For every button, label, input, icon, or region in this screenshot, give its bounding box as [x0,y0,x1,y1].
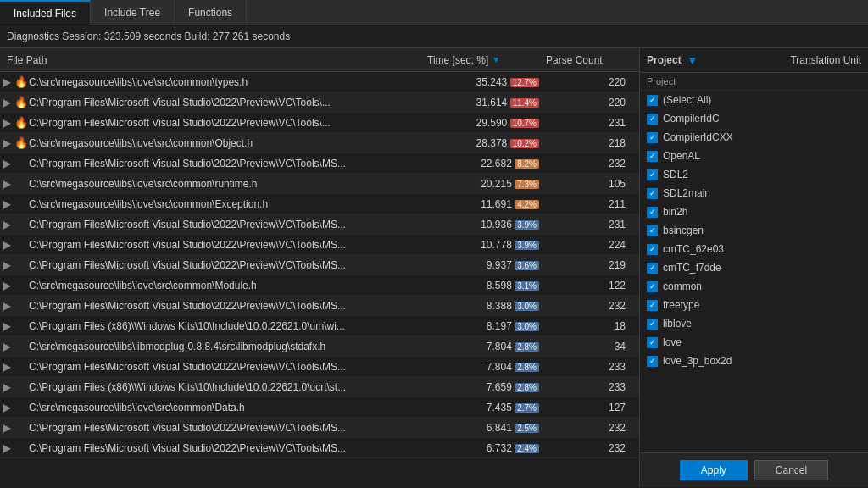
file-path: C:\src\megasource\libs\love\src\common\D… [29,402,427,413]
file-path: C:\Program Files\Microsoft Visual Studio… [29,219,427,230]
expand-icon[interactable]: ▶ [0,76,14,88]
filter-checkbox[interactable] [647,188,658,199]
filter-item[interactable]: SDL2main [640,184,868,202]
tab-functions[interactable]: Functions [175,0,247,25]
expand-icon[interactable]: ▶ [0,97,14,108]
table-row[interactable]: ▶ C:\Program Files (x86)\Windows Kits\10… [0,377,639,397]
filter-item-label: love [663,336,682,348]
expand-icon[interactable]: ▶ [0,178,14,190]
expand-icon[interactable]: ▶ [0,117,14,129]
main-container: File Path Time [sec, %] ▼ Parse Count ▶ … [0,48,868,487]
expand-icon[interactable]: ▶ [0,320,14,332]
filter-checkbox[interactable] [647,95,658,106]
time-value: 9.937 3.6% [427,259,546,271]
filter-checkbox[interactable] [647,319,658,330]
expand-icon[interactable]: ▶ [0,361,14,373]
expand-icon[interactable]: ▶ [0,381,14,393]
file-path: C:\Program Files (x86)\Windows Kits\10\I… [29,320,427,332]
table-row[interactable]: ▶ C:\src\megasource\libs\love\src\common… [0,275,639,296]
table-row[interactable]: ▶ C:\Program Files\Microsoft Visual Stud… [0,357,639,377]
time-value: 11.691 4.2% [427,198,546,210]
filter-checkbox[interactable] [647,114,658,125]
expand-icon[interactable]: ▶ [0,259,14,271]
diagnostics-bar: Diagnostics Session: 323.509 seconds Bui… [0,25,868,48]
filter-item[interactable]: (Select All) [640,91,868,109]
expand-icon[interactable]: ▶ [0,402,14,413]
filter-item-label: SDL2 [663,169,688,180]
time-value: 22.682 8.2% [427,158,546,169]
time-value: 28.378 10.2% [427,137,546,149]
filter-checkbox[interactable] [647,300,658,311]
tab-include-tree[interactable]: Include Tree [91,0,175,25]
table-row[interactable]: ▶ C:\src\megasource\libs\love\src\common… [0,194,639,214]
table-row[interactable]: ▶ C:\src\megasource\libs\love\src\common… [0,397,639,418]
filter-checkbox[interactable] [647,281,658,292]
fire-icon: 🔥 [14,96,29,108]
filter-item[interactable]: CompilerIdC [640,109,868,128]
file-path: C:\src\megasource\libs\love\src\common\O… [29,137,427,149]
expand-icon[interactable]: ▶ [0,158,14,169]
time-value: 7.804 2.8% [427,341,546,352]
table-row[interactable]: ▶ C:\Program Files\Microsoft Visual Stud… [0,235,639,255]
filter-item[interactable]: common [640,277,868,296]
table-row[interactable]: ▶ C:\Program Files\Microsoft Visual Stud… [0,438,639,458]
table-row[interactable]: ▶ 🔥 C:\src\megasource\libs\love\src\comm… [0,72,639,92]
filter-checkbox[interactable] [647,225,658,236]
filter-checkbox[interactable] [647,263,658,274]
table-body: ▶ 🔥 C:\src\megasource\libs\love\src\comm… [0,72,639,487]
expand-icon[interactable]: ▶ [0,422,14,434]
filter-checkbox[interactable] [647,169,658,180]
table-row[interactable]: ▶ C:\Program Files\Microsoft Visual Stud… [0,296,639,316]
parse-count: 220 [546,97,639,108]
expand-icon[interactable]: ▶ [0,239,14,251]
filter-item[interactable]: freetype [640,296,868,314]
time-value: 7.659 2.8% [427,381,546,393]
filter-item[interactable]: love_3p_box2d [640,352,868,370]
filter-item[interactable]: OpenAL [640,147,868,165]
table-row[interactable]: ▶ C:\Program Files\Microsoft Visual Stud… [0,153,639,174]
table-row[interactable]: ▶ C:\src\megasource\libs\love\src\common… [0,174,639,194]
filter-item[interactable]: SDL2 [640,165,868,184]
apply-button[interactable]: Apply [680,460,748,480]
table-row[interactable]: ▶ C:\Program Files (x86)\Windows Kits\10… [0,316,639,336]
cancel-button[interactable]: Cancel [754,460,828,480]
filter-item[interactable]: cmTC_62e03 [640,240,868,258]
tab-included-files[interactable]: Included Files [0,0,91,25]
table-row[interactable]: ▶ 🔥 C:\src\megasource\libs\love\src\comm… [0,133,639,153]
expand-icon[interactable]: ▶ [0,300,14,312]
filter-item[interactable]: CompilerIdCXX [640,128,868,147]
filter-checkbox[interactable] [647,151,658,162]
table-row[interactable]: ▶ C:\Program Files\Microsoft Visual Stud… [0,418,639,438]
filter-checkbox[interactable] [647,356,658,367]
table-row[interactable]: ▶ C:\src\megasource\libs\libmodplug-0.8.… [0,336,639,357]
filter-item[interactable]: love [640,333,868,352]
filter-item[interactable]: liblove [640,314,868,333]
parse-count: 231 [546,117,639,129]
expand-icon[interactable]: ▶ [0,442,14,454]
expand-icon[interactable]: ▶ [0,137,14,149]
parse-count: 122 [546,280,639,291]
table-row[interactable]: ▶ C:\Program Files\Microsoft Visual Stud… [0,214,639,235]
filter-checkbox[interactable] [647,207,658,218]
header-time[interactable]: Time [sec, %] ▼ [427,54,546,66]
filter-item[interactable]: bin2h [640,202,868,221]
expand-icon[interactable]: ▶ [0,280,14,291]
parse-count: 219 [546,259,639,271]
filter-checkbox[interactable] [647,244,658,255]
table-row[interactable]: ▶ 🔥 C:\Program Files\Microsoft Visual St… [0,113,639,133]
time-value: 35.243 12.7% [427,76,546,88]
table-row[interactable]: ▶ 🔥 C:\Program Files\Microsoft Visual St… [0,92,639,113]
expand-icon[interactable]: ▶ [0,219,14,230]
expand-icon[interactable]: ▶ [0,341,14,352]
time-value: 10.778 3.9% [427,239,546,251]
table-row[interactable]: ▶ C:\Program Files\Microsoft Visual Stud… [0,255,639,275]
expand-icon[interactable]: ▶ [0,198,14,210]
filter-item[interactable]: bsincgen [640,221,868,240]
file-path: C:\Program Files\Microsoft Visual Studio… [29,259,427,271]
filter-checkbox[interactable] [647,337,658,348]
filter-checkbox[interactable] [647,132,658,143]
time-value: 8.388 3.0% [427,300,546,312]
time-value: 8.197 3.0% [427,320,546,332]
filter-item-label: common [663,280,702,292]
filter-item[interactable]: cmTC_f7dde [640,258,868,277]
